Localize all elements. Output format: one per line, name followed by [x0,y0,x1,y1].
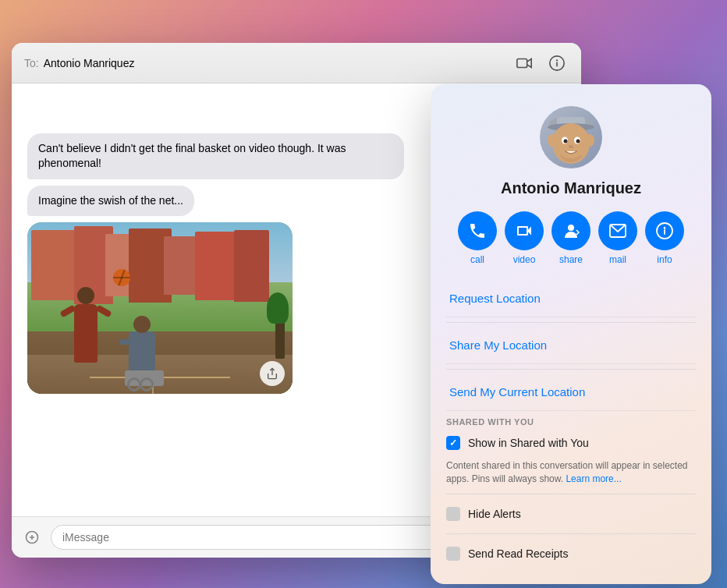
mail-label: mail [609,254,626,265]
contact-panel: Antonio Manriquez call video [431,84,711,584]
divider-3 [446,494,696,494]
send-current-location-text: Send My Current Location [449,385,585,398]
call-action[interactable]: call [458,211,497,265]
mail-icon-circle [598,211,637,250]
show-shared-row[interactable]: Show in Shared with You [446,431,696,455]
hide-alerts-row[interactable]: Hide Alerts [446,499,696,529]
basketball-photo [27,222,293,394]
received-bubble-1: Can't believe I didn't get the final bas… [27,133,404,179]
hide-alerts-checkbox[interactable] [446,507,460,521]
share-action[interactable]: share [551,211,590,265]
add-attachment-button[interactable] [21,526,43,548]
svg-rect-0 [517,58,527,67]
learn-more-link[interactable]: Learn more... [566,473,621,484]
call-label: call [470,254,484,265]
svg-point-17 [576,140,580,143]
share-icon-circle [551,211,590,250]
request-location-item[interactable]: Request Location [446,281,696,317]
video-call-button[interactable] [512,51,536,75]
share-label: share [559,254,583,265]
shared-info-text: Content shared in this conversation will… [446,459,696,486]
video-action[interactable]: video [505,211,544,265]
call-icon-circle [458,211,497,250]
show-shared-checkbox[interactable] [446,436,460,450]
divider-4 [446,533,696,534]
shared-section-label: SHARED WITH YOU [446,417,696,427]
hide-alerts-label: Hide Alerts [468,508,521,520]
avatar-memoji [540,106,602,168]
request-location-text: Request Location [449,292,541,305]
contact-name: Antonio Manriquez [446,179,696,197]
received-bubble-2: Imagine the swish of the net... [27,186,194,217]
video-label: video [513,254,536,265]
divider-1 [446,322,696,323]
header-contact-name: Antonio Manriquez [44,57,135,69]
info-button[interactable] [545,51,569,75]
svg-point-16 [564,140,568,143]
send-receipts-label: Send Read Receipts [468,547,568,560]
show-shared-label: Show in Shared with You [468,437,589,449]
svg-point-18 [569,145,573,148]
send-current-location-item[interactable]: Send My Current Location [446,374,696,411]
chat-header: To: Antonio Manriquez [12,43,581,83]
info-icon-circle [645,211,684,250]
share-my-location-item[interactable]: Share My Location [446,328,696,364]
video-icon-circle [505,211,544,250]
mail-action[interactable]: mail [598,211,637,265]
share-my-location-text: Share My Location [449,338,547,352]
svg-point-13 [552,123,590,164]
image-bubble [27,222,293,394]
svg-point-19 [568,225,574,231]
send-receipts-row[interactable]: Send Read Receipts [446,539,696,569]
contact-avatar [540,106,602,168]
header-actions [512,51,569,75]
action-icons-row: call video share [446,211,696,265]
info-action[interactable]: info [645,211,684,265]
info-label: info [657,254,672,265]
divider-2 [446,369,696,370]
avatar-container [446,106,696,168]
to-label: To: [24,57,39,69]
send-receipts-checkbox[interactable] [446,547,460,561]
